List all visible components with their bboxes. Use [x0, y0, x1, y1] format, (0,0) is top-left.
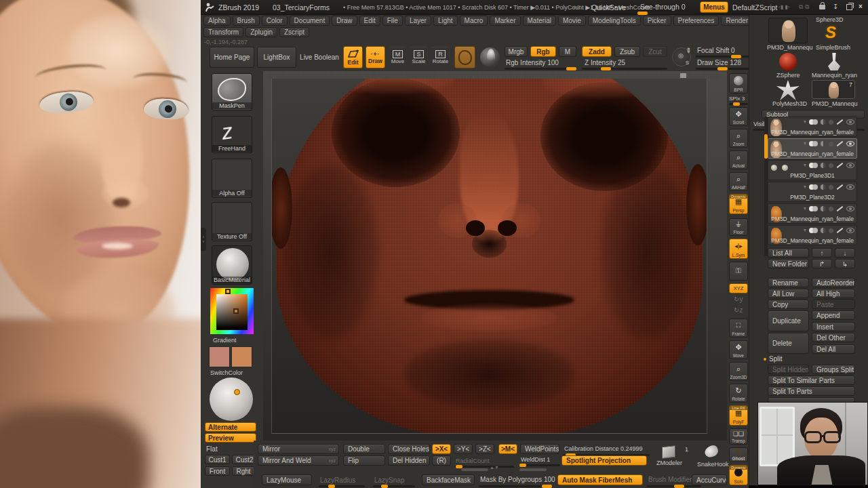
focal-shift-slider[interactable]: Focal Shift 0 — [697, 47, 735, 54]
menu-item[interactable]: Layer — [405, 16, 431, 26]
menu-item[interactable]: Macro — [460, 16, 488, 26]
double-button[interactable]: Double — [343, 444, 385, 454]
texture-thumbnail[interactable]: Texture Off — [212, 202, 252, 241]
menu-item[interactable]: Edit — [359, 16, 380, 26]
zoom3d-button[interactable]: ⌕Zoom3D — [729, 362, 748, 381]
color-picker[interactable] — [210, 288, 254, 334]
current-material-sphere[interactable] — [480, 47, 500, 67]
z-intensity-track[interactable] — [582, 68, 667, 70]
draw-size-slider[interactable]: Draw Size 128 — [697, 59, 741, 66]
minimize-button[interactable]: ↧ — [833, 3, 838, 10]
split-similar-button[interactable]: Split To Similar Parts — [768, 375, 855, 385]
brush-modifier-track[interactable] — [647, 485, 701, 487]
menu-item[interactable]: Material — [523, 16, 557, 26]
draw-button[interactable]: ·+· Draw — [366, 46, 385, 68]
radialcount-track[interactable] — [454, 466, 514, 468]
tool-mannequin-small-thumbnail[interactable]: 7 — [812, 80, 855, 99]
brush-modifier-slider[interactable]: Brush Modifier — [648, 476, 692, 483]
ghost-button[interactable]: ✎Ghost — [729, 447, 748, 462]
polyframe-button[interactable]: Line Fill▦PolyF — [729, 405, 748, 426]
m-button[interactable]: M — [559, 46, 576, 57]
delete-button[interactable]: Delete — [768, 333, 809, 354]
del-hidden-button[interactable]: Del Hidden — [388, 455, 430, 466]
all-high-button[interactable]: All High — [812, 289, 855, 298]
move-out-folder-button[interactable]: ↱ — [812, 259, 832, 268]
zsphere-icon[interactable] — [779, 53, 797, 70]
y-rotate-icon[interactable]: ↻y — [734, 296, 743, 303]
spix-slider[interactable]: SPix 3 — [729, 96, 745, 102]
lock-icon[interactable] — [819, 5, 825, 9]
autoreorder-button[interactable]: AutoReorder — [812, 278, 855, 287]
sym-m-button[interactable]: >M< — [498, 444, 517, 454]
radial-button[interactable]: (R) — [432, 455, 451, 466]
cust1-button[interactable]: Cust1 — [205, 455, 230, 464]
menu-item[interactable]: Transform — [203, 27, 243, 37]
menu-item[interactable]: Zscript — [279, 27, 309, 37]
menu-item[interactable]: Marker — [490, 16, 520, 26]
zadd-button[interactable]: Zadd — [582, 46, 612, 57]
rgb-intensity-track[interactable] — [505, 68, 576, 70]
snakehook-label[interactable]: SnakeHook — [697, 461, 729, 468]
viewport-canvas[interactable] — [263, 71, 727, 441]
front-button[interactable]: Front — [205, 466, 230, 476]
calibration-slider[interactable]: Calibration Distance 0.24999 — [564, 445, 643, 452]
move-button[interactable]: M Move — [389, 46, 407, 68]
subtool-item-selected[interactable]: ▾ PM3D_Mannequin_ryan_female — [768, 138, 857, 159]
menu-item[interactable]: Picker — [643, 16, 671, 26]
copy-button[interactable]: Copy — [768, 300, 809, 309]
current-brush-button[interactable] — [454, 46, 475, 68]
move-into-folder-button[interactable]: ↳ — [835, 259, 855, 268]
splitter-arrows[interactable]: ▲▼ — [490, 465, 499, 470]
scale-button[interactable]: S Scale — [410, 46, 428, 68]
menu-item[interactable]: Document — [290, 16, 330, 26]
insert-button[interactable]: Insert — [812, 322, 855, 331]
duplicate-button[interactable]: Duplicate — [768, 310, 809, 331]
del-all-button[interactable]: Del All — [812, 344, 855, 354]
mrgb-button[interactable]: Mrgb — [505, 46, 528, 57]
see-through-nub[interactable] — [637, 12, 648, 15]
rgb-button[interactable]: Rgb — [530, 46, 556, 57]
close-button[interactable]: × — [859, 3, 863, 10]
home-page-button[interactable]: Home Page — [210, 47, 254, 68]
menu-item[interactable]: Light — [433, 16, 458, 26]
solo-button[interactable]: DynamicSolo — [729, 465, 748, 485]
rght-button[interactable]: Rght — [232, 466, 255, 476]
flat-button[interactable]: Flat — [206, 445, 218, 453]
menu-item[interactable]: ModelingTools — [588, 16, 641, 26]
focal-shift-track[interactable] — [696, 56, 754, 58]
welddist-slider[interactable]: WeldDist 1 — [521, 456, 550, 463]
live-boolean-button[interactable]: Live Boolean — [299, 47, 340, 68]
lightbox-button[interactable]: LightBox — [257, 47, 296, 68]
edit-button[interactable]: Edit — [343, 46, 363, 68]
mask-by-polygroups-track[interactable] — [479, 485, 552, 487]
preview-sphere[interactable] — [210, 378, 253, 421]
append-button[interactable]: Append — [812, 310, 855, 320]
brush-thumbnail[interactable]: MaskPen — [212, 73, 252, 110]
polymesh3d-star-icon[interactable] — [776, 80, 800, 100]
panel-collapse-handle[interactable]: ‹› — [201, 228, 206, 251]
mirror-button[interactable]: Mirrorxyz — [258, 444, 339, 454]
zmodeler-icon[interactable] — [660, 445, 677, 460]
lock-view-button[interactable]: ⚿ — [729, 262, 748, 281]
sculptris-toggle[interactable]: ◎ S ✎ — [672, 47, 691, 66]
all-low-button[interactable]: All Low — [768, 289, 809, 298]
quicksave-button[interactable]: QuickSave — [591, 3, 626, 12]
welddist-track[interactable] — [519, 464, 560, 466]
menu-item[interactable]: Brush — [233, 16, 260, 26]
transp-button[interactable]: ❏❏Transp — [729, 428, 748, 445]
stroke-thumbnail[interactable]: z FreeHand — [212, 116, 252, 153]
frame-button[interactable]: ⛶Frame — [729, 319, 748, 338]
menus-button[interactable]: Menus — [700, 1, 728, 13]
subtool-item[interactable]: ▾ PM3D_Mannequin_ryan_female — [768, 117, 857, 137]
bpr-button[interactable]: BPR — [729, 73, 748, 94]
subtool-item[interactable]: ▾ PM3D_Mannequin_ryan_female — [768, 225, 857, 245]
rotate-view-button[interactable]: ↻Rotate — [729, 384, 748, 403]
paste-button[interactable]: Paste — [812, 300, 855, 309]
window-layers-icon[interactable]: ⧉ ⧉ — [799, 3, 809, 11]
spix-track[interactable] — [729, 103, 748, 105]
new-folder-button[interactable]: New Folder — [768, 259, 809, 268]
secondary-color-swatch[interactable] — [231, 346, 252, 367]
mask-by-polygroups-slider[interactable]: Mask By Polygroups 100 — [480, 476, 555, 483]
subtool-item[interactable]: ▾ PM3D_Plane3D2 — [768, 182, 857, 202]
rotate-button[interactable]: R Rotate — [431, 46, 450, 68]
